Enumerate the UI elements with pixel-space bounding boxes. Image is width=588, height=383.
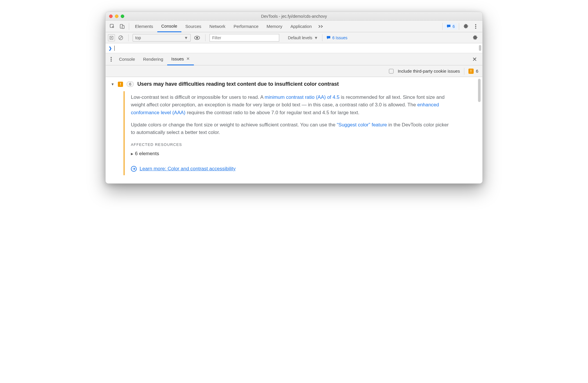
console-settings-icon[interactable] xyxy=(470,32,480,44)
warning-icon: ! xyxy=(118,82,123,87)
main-tabstrip: Elements Console Sources Network Perform… xyxy=(106,21,482,32)
console-toolbar: top ▼ Default levels ▼ 6 Issues xyxy=(106,32,482,43)
third-party-label: Include third-party cookie issues xyxy=(398,69,460,74)
scrollbar-thumb[interactable] xyxy=(479,45,481,51)
console-prompt[interactable]: ❯ xyxy=(106,43,482,53)
live-expression-icon[interactable] xyxy=(193,36,201,40)
chat-icon xyxy=(447,24,451,28)
drawer-tab-console[interactable]: Console xyxy=(115,53,139,65)
separator xyxy=(205,34,205,41)
tab-performance[interactable]: Performance xyxy=(230,21,263,32)
device-toggle-icon[interactable] xyxy=(117,21,127,32)
issues-options-bar: Include third-party cookie issues ! 6 xyxy=(106,65,482,77)
separator xyxy=(129,23,129,30)
svg-point-12 xyxy=(111,60,112,62)
more-menu-icon[interactable] xyxy=(471,21,481,32)
separator xyxy=(459,23,459,30)
prompt-caret-icon: ❯ xyxy=(109,46,112,51)
separator xyxy=(442,23,443,30)
learn-more-link[interactable]: Learn more: Color and contrast accessibi… xyxy=(140,165,236,173)
svg-point-10 xyxy=(111,57,112,58)
separator xyxy=(128,34,129,41)
svg-rect-2 xyxy=(122,26,124,28)
affected-elements-label: 6 elements xyxy=(135,150,159,158)
total-issues-value: 6 xyxy=(476,69,478,74)
tab-application[interactable]: Application xyxy=(286,21,316,32)
toggle-console-sidebar-icon[interactable] xyxy=(108,34,115,41)
issues-badge[interactable]: 6 xyxy=(444,23,457,30)
collapse-icon: ▼ xyxy=(111,82,114,86)
context-value: top xyxy=(135,35,141,40)
close-tab-icon[interactable]: ✕ xyxy=(186,56,190,61)
affected-resources-label: AFFECTED RESOURCES xyxy=(131,142,449,148)
drawer-tab-rendering[interactable]: Rendering xyxy=(139,53,167,65)
chevron-down-icon: ▼ xyxy=(314,35,318,40)
settings-icon[interactable] xyxy=(461,21,471,32)
svg-point-11 xyxy=(111,59,112,60)
drawer-tab-issues[interactable]: Issues ✕ xyxy=(167,53,194,65)
chat-icon xyxy=(327,36,331,40)
clear-console-icon[interactable] xyxy=(117,35,124,40)
log-levels-selector[interactable]: Default levels ▼ xyxy=(288,35,318,40)
issue-paragraph-2: Update colors or change the font size or… xyxy=(131,121,449,137)
window-title: DevTools - jec.fyi/demo/cds-anchovy xyxy=(106,14,482,19)
more-tabs-icon[interactable] xyxy=(316,21,326,32)
svg-point-9 xyxy=(196,37,198,38)
context-selector[interactable]: top ▼ xyxy=(133,34,191,42)
svg-point-3 xyxy=(475,24,476,25)
chevron-down-icon: ▼ xyxy=(184,35,188,40)
drawer-tabstrip: Console Rendering Issues ✕ ✕ xyxy=(106,53,482,65)
learn-more-row: Learn more: Color and contrast accessibi… xyxy=(131,165,449,173)
tab-elements[interactable]: Elements xyxy=(131,21,157,32)
issues-panel: ▼ ! 6 Users may have difficulties readin… xyxy=(106,77,482,183)
text-cursor xyxy=(114,46,115,51)
filter-input[interactable] xyxy=(210,34,279,42)
separator xyxy=(464,68,464,75)
titlebar: DevTools - jec.fyi/demo/cds-anchovy xyxy=(106,12,482,21)
affected-elements-row[interactable]: ▶ 6 elements xyxy=(131,150,449,158)
external-link-icon xyxy=(131,166,137,172)
issues-link-label: 6 Issues xyxy=(332,35,347,40)
tab-memory[interactable]: Memory xyxy=(263,21,286,32)
inspect-element-icon[interactable] xyxy=(107,21,117,32)
warning-icon: ! xyxy=(468,69,474,74)
svg-point-5 xyxy=(475,28,476,29)
separator xyxy=(322,34,322,41)
link-suggest-color[interactable]: “Suggest color” feature xyxy=(337,122,387,128)
expand-icon: ▶ xyxy=(131,151,133,156)
close-drawer-icon[interactable]: ✕ xyxy=(469,56,481,63)
tab-network[interactable]: Network xyxy=(205,21,230,32)
issue-body: Low-contrast text is difficult or imposs… xyxy=(124,91,452,175)
drawer-menu-icon[interactable] xyxy=(107,57,115,62)
drawer-tab-issues-label: Issues xyxy=(171,56,184,61)
issue-title: Users may have difficulties reading text… xyxy=(137,81,339,87)
scrollbar-thumb[interactable] xyxy=(478,79,481,102)
devtools-window: DevTools - jec.fyi/demo/cds-anchovy Elem… xyxy=(105,12,483,184)
tab-console[interactable]: Console xyxy=(157,21,181,32)
issue-paragraph-1: Low-contrast text is difficult or imposs… xyxy=(131,94,449,117)
issue-header[interactable]: ▼ ! 6 Users may have difficulties readin… xyxy=(111,81,477,87)
issues-badge-count: 6 xyxy=(452,24,455,29)
issues-link[interactable]: 6 Issues xyxy=(327,35,347,40)
total-issues-count: ! 6 xyxy=(468,69,478,74)
third-party-checkbox[interactable] xyxy=(389,69,394,74)
issue-count-pill: 6 xyxy=(127,81,134,87)
svg-point-4 xyxy=(475,26,476,27)
tab-sources[interactable]: Sources xyxy=(181,21,205,32)
levels-label: Default levels xyxy=(288,35,312,40)
link-min-contrast[interactable]: minimum contrast ratio (AA) of 4.5 xyxy=(265,94,340,100)
